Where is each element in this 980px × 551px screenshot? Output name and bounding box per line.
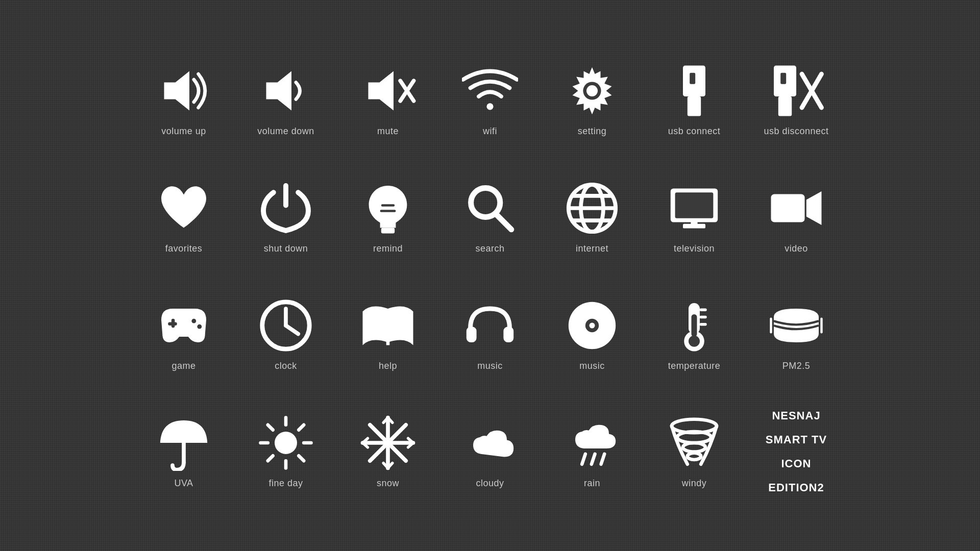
svg-rect-10 [690, 72, 695, 84]
uva-label: UVA [174, 478, 193, 489]
svg-line-78 [592, 454, 595, 464]
remind-icon [360, 180, 416, 236]
clock-label: clock [275, 361, 297, 371]
svg-line-64 [268, 456, 273, 461]
svg-point-56 [275, 432, 297, 454]
usb-disconnect-label: usb disconnect [764, 126, 828, 137]
temperature-icon [666, 297, 722, 354]
television-label: television [674, 243, 715, 254]
clock-icon [258, 297, 314, 354]
shut-down-label: shut down [264, 243, 308, 254]
icon-cell-volume-down: volume down [240, 63, 332, 137]
svg-line-39 [286, 325, 298, 334]
svg-rect-28 [675, 192, 714, 218]
pm25-label: PM2.5 [782, 361, 811, 371]
svg-marker-1 [266, 71, 292, 110]
svg-point-36 [197, 324, 202, 329]
rain-icon [564, 415, 620, 471]
mute-label: mute [377, 126, 399, 137]
icon-cell-setting: setting [546, 63, 638, 137]
svg-rect-30 [691, 220, 697, 225]
volume-up-icon [156, 63, 212, 119]
svg-line-62 [299, 456, 304, 461]
svg-rect-34 [168, 322, 177, 325]
svg-point-83 [688, 453, 701, 459]
icon-cell-clock: clock [240, 297, 332, 371]
game-label: game [172, 361, 195, 371]
svg-point-82 [683, 443, 705, 452]
volume-up-label: volume up [161, 126, 206, 137]
pm25-icon [768, 297, 824, 354]
icon-cell-internet: internet [546, 180, 638, 254]
cloudy-icon [462, 415, 518, 471]
setting-label: setting [578, 126, 607, 137]
icon-cell-uva: UVA [138, 415, 230, 489]
video-icon [768, 180, 824, 236]
fine-day-icon [258, 415, 314, 471]
icon-cell-pm25: PM2.5 [750, 297, 842, 371]
icon-cell-music-cd: music [546, 297, 638, 371]
icon-cell-usb-disconnect: usb disconnect [750, 63, 842, 137]
svg-rect-14 [778, 96, 792, 116]
volume-down-icon [258, 63, 314, 119]
windy-icon [666, 415, 722, 471]
icon-cell-fine-day: fine day [240, 415, 332, 489]
favorites-icon [156, 180, 212, 236]
brand-line3: ICON [781, 455, 812, 472]
svg-rect-17 [381, 228, 395, 233]
search-icon [462, 180, 518, 236]
svg-line-63 [299, 424, 304, 430]
icon-cell-music-headphone: music [444, 297, 536, 371]
icon-cell-windy: windy [648, 415, 740, 489]
usb-disconnect-icon [768, 63, 824, 119]
brand-line4: EDITION2 [768, 479, 824, 496]
svg-line-79 [601, 454, 605, 464]
music-headphone-icon [462, 297, 518, 354]
icon-cell-volume-up: volume up [138, 63, 230, 137]
svg-point-8 [586, 85, 598, 96]
svg-line-77 [582, 454, 585, 464]
svg-rect-13 [780, 72, 786, 84]
usb-connect-icon [666, 63, 722, 119]
icon-cell-usb-connect: usb connect [648, 63, 740, 137]
usb-connect-label: usb connect [668, 126, 721, 137]
svg-rect-47 [692, 314, 697, 337]
icon-cell-cloudy: cloudy [444, 415, 536, 489]
shut-down-icon [258, 180, 314, 236]
icon-cell-rain: rain [546, 415, 638, 489]
wifi-label: wifi [483, 126, 497, 137]
cloudy-label: cloudy [476, 478, 504, 489]
icon-cell-game: game [138, 297, 230, 371]
icon-cell-shut-down: shut down [240, 180, 332, 254]
brand-line1: NESNAJ [772, 407, 820, 424]
icon-cell-temperature: temperature [648, 297, 740, 371]
internet-icon [564, 180, 620, 236]
svg-line-21 [496, 214, 511, 230]
svg-marker-2 [369, 71, 394, 110]
icon-cell-favorites: favorites [138, 180, 230, 254]
svg-marker-32 [806, 191, 822, 225]
svg-point-5 [486, 103, 493, 110]
icon-cell-search: search [444, 180, 536, 254]
svg-line-61 [268, 424, 273, 430]
icon-cell-mute: mute [342, 63, 434, 137]
svg-point-44 [590, 322, 595, 328]
favorites-label: favorites [165, 243, 203, 254]
snow-icon [360, 415, 416, 471]
music-headphone-label: music [477, 361, 503, 371]
icon-cell-help: help [342, 297, 434, 371]
television-icon [666, 180, 722, 236]
wifi-icon [462, 63, 518, 119]
help-icon [360, 297, 416, 354]
icon-cell-wifi: wifi [444, 63, 536, 137]
remind-label: remind [373, 243, 403, 254]
temperature-label: temperature [668, 361, 721, 371]
game-icon [156, 297, 212, 354]
rain-label: rain [584, 478, 600, 489]
svg-rect-31 [771, 194, 805, 222]
svg-rect-11 [688, 96, 701, 116]
setting-icon [564, 63, 620, 119]
mute-icon [360, 63, 416, 119]
video-label: video [785, 243, 808, 254]
music-cd-icon [564, 297, 620, 354]
